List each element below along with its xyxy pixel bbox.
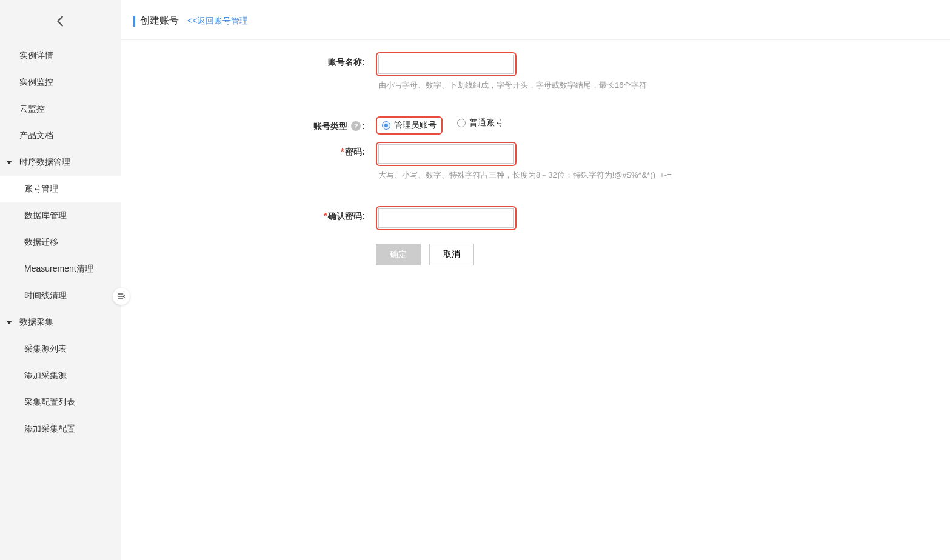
sidebar-item-data-migrate[interactable]: 数据迁移 — [0, 229, 121, 256]
password-hint: 大写、小写、数字、特殊字符占三种，长度为8－32位；特殊字符为!@#$%^&*(… — [378, 170, 938, 181]
back-button[interactable] — [0, 0, 121, 42]
confirm-button[interactable]: 确定 — [376, 244, 421, 265]
account-name-input[interactable] — [378, 55, 514, 74]
chevron-left-icon — [54, 15, 67, 28]
sidebar-item-account-manage[interactable]: 账号管理 — [0, 176, 121, 202]
main-content: 创建账号 <<返回账号管理 账号名称: 由小写字母、数字、下划线组成，字母开头，… — [121, 0, 950, 560]
sidebar-group-label: 数据采集 — [19, 317, 53, 328]
sidebar-group-label: 时序数据管理 — [19, 157, 70, 168]
account-name-highlight — [376, 52, 517, 76]
radio-normal[interactable] — [457, 119, 466, 127]
sidebar-item-add-source[interactable]: 添加采集源 — [0, 362, 121, 389]
page-title: 创建账号 — [140, 15, 179, 27]
account-name-label: 账号名称: — [133, 52, 376, 68]
chevron-down-icon — [6, 321, 12, 324]
account-name-hint: 由小写字母、数字、下划线组成，字母开头，字母或数字结尾，最长16个字符 — [378, 80, 938, 91]
sidebar-item-database-manage[interactable]: 数据库管理 — [0, 202, 121, 229]
confirm-password-label-text: 确认密码: — [328, 211, 365, 221]
sidebar: 实例详情 实例监控 云监控 产品文档 时序数据管理 账号管理 数据库管理 数据迁… — [0, 0, 121, 560]
account-type-label: 账号类型 ?: — [133, 116, 376, 132]
password-label-text: 密码: — [345, 147, 365, 156]
chevron-down-icon — [6, 161, 12, 164]
confirm-password-highlight — [376, 206, 517, 230]
sidebar-item-config-list[interactable]: 采集配置列表 — [0, 389, 121, 416]
back-link[interactable]: <<返回账号管理 — [187, 16, 248, 27]
radio-admin-label: 管理员账号 — [394, 120, 437, 131]
collapse-icon — [116, 292, 126, 301]
sidebar-group-collect[interactable]: 数据采集 — [0, 309, 121, 336]
sidebar-item-source-list[interactable]: 采集源列表 — [0, 336, 121, 362]
sidebar-group-tsdata[interactable]: 时序数据管理 — [0, 149, 121, 176]
sidebar-item-measurement-clean[interactable]: Measurement清理 — [0, 256, 121, 282]
page-header: 创建账号 <<返回账号管理 — [121, 0, 950, 40]
sidebar-item-cloud-monitor[interactable]: 云监控 — [0, 96, 121, 122]
help-icon[interactable]: ? — [351, 121, 361, 131]
password-input[interactable] — [378, 144, 514, 164]
password-highlight — [376, 142, 517, 166]
sidebar-item-instance-detail[interactable]: 实例详情 — [0, 42, 121, 69]
confirm-password-label: *确认密码: — [133, 206, 376, 222]
password-label: *密码: — [133, 142, 376, 158]
account-type-admin-highlight: 管理员账号 — [376, 116, 443, 135]
confirm-password-input[interactable] — [378, 208, 514, 228]
sidebar-item-timeline-clean[interactable]: 时间线清理 — [0, 282, 121, 309]
radio-normal-label: 普通账号 — [469, 118, 503, 128]
radio-admin[interactable] — [382, 121, 390, 130]
sidebar-item-instance-monitor[interactable]: 实例监控 — [0, 69, 121, 96]
sidebar-collapse-toggle[interactable] — [113, 288, 130, 305]
sidebar-item-add-config[interactable]: 添加采集配置 — [0, 416, 121, 442]
header-accent-bar — [133, 16, 135, 27]
cancel-button[interactable]: 取消 — [429, 244, 474, 265]
account-type-colon: : — [362, 121, 365, 131]
account-type-label-text: 账号类型 — [313, 121, 347, 131]
create-account-form: 账号名称: 由小写字母、数字、下划线组成，字母开头，字母或数字结尾，最长16个字… — [121, 40, 950, 285]
sidebar-item-docs[interactable]: 产品文档 — [0, 122, 121, 149]
